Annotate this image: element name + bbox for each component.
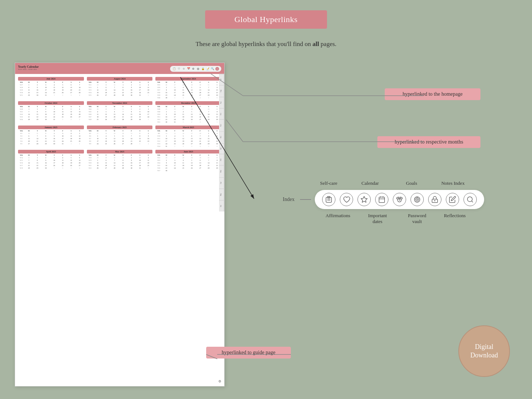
navbar-area: Self-care Calendar Goals Notes Index Ind… xyxy=(283,180,484,225)
side-tab-jan[interactable]: Jan xyxy=(219,143,224,154)
nav-label-selfcare: Self-care xyxy=(314,180,343,186)
nav-icon-calendar[interactable] xyxy=(375,193,388,206)
month-may-2025: May 2025 WKMTWTFSS W182829301234 W195678… xyxy=(87,150,153,172)
month-december-2024: December 2024 WKMTWTFSS W482526272829301… xyxy=(155,101,221,123)
nav-label-reflections: Reflections xyxy=(442,213,468,225)
calendar-side-tabs[interactable]: Jul Aug Sep Oct Nov Dec Jan Feb Mar Apr … xyxy=(219,74,224,212)
svg-point-17 xyxy=(434,201,435,201)
calendar-body: July 2024 WKMTWTFSS W271234567 W28891011… xyxy=(15,74,224,175)
side-tab-sep[interactable]: Sep xyxy=(219,97,224,108)
nav-icon-index[interactable] xyxy=(322,193,335,206)
callout-months: hyperlinked to respective months xyxy=(377,136,480,148)
month-october-2024: October 2024 WKMTWTFSS W4030123456 W4178… xyxy=(18,101,84,123)
settings-icon[interactable]: ⚙ xyxy=(218,379,221,383)
toolbar-notes-icon[interactable]: 📝 xyxy=(206,67,209,71)
navbar xyxy=(315,190,484,209)
side-tab-apr[interactable]: Apr xyxy=(219,177,224,188)
navbar-bottom-labels: Affirmations Importantdates Passwordvaul… xyxy=(286,213,481,225)
toolbar-star-icon[interactable]: ☆ xyxy=(182,67,186,71)
nav-label-goals: Goals xyxy=(397,180,426,186)
month-april-2025: April 2025 WKMTWTFSS W1431123456 W157891… xyxy=(18,150,84,172)
toolbar-lock-icon[interactable]: 🔒 xyxy=(201,67,205,71)
nav-icon-goals[interactable] xyxy=(411,193,424,206)
month-march-2025: March 2025 WKMTWTFSS W9242526272812 W103… xyxy=(155,126,221,148)
nav-label-notesindex: Notes Index xyxy=(438,180,468,186)
month-january-2025: January 2025 WKMTWTFSS W1303112345 W2678… xyxy=(18,126,84,148)
digital-download-badge: Digital Download xyxy=(458,325,510,377)
navbar-top-labels: Self-care Calendar Goals Notes Index xyxy=(286,180,481,186)
side-tab-feb[interactable]: Feb xyxy=(219,154,224,165)
side-tab-nov[interactable]: Nov xyxy=(219,119,224,131)
month-august-2024: August 2024 WKMTWTFSS W312930311234 W325… xyxy=(87,77,153,99)
svg-marker-4 xyxy=(361,197,367,202)
toolbar-search-icon[interactable]: 🔍 xyxy=(211,67,214,71)
callout-homepage: hyperlinked to the homepage xyxy=(385,88,480,100)
calendar-document: Yearly Calendar JULY 2024 – JUNE 2025 📋 … xyxy=(15,63,225,386)
nav-label-calendar: Calendar xyxy=(355,180,385,186)
month-july-2024: July 2024 WKMTWTFSS W271234567 W28891011… xyxy=(18,77,84,99)
page-title: Global Hyperlinks xyxy=(235,15,298,24)
callout-guide: hyperlinked to guide page xyxy=(206,347,291,359)
badge-line2: Download xyxy=(471,351,498,360)
callout-months-text: hyperlinked to respective months xyxy=(395,139,463,145)
callout-guide-text: hyperlinked to guide page xyxy=(222,350,275,355)
side-tab-mar[interactable]: Mar xyxy=(219,165,224,177)
side-tab-jul[interactable]: Jul xyxy=(219,74,224,85)
svg-rect-5 xyxy=(379,197,385,202)
nav-icon-heart[interactable] xyxy=(340,193,353,206)
nav-label-important-dates: Importantdates xyxy=(363,213,392,225)
nav-icon-notes[interactable] xyxy=(446,193,459,206)
nav-icon-important-dates[interactable] xyxy=(393,193,406,206)
nav-icon-search[interactable] xyxy=(464,193,477,206)
month-february-2025: February 2025 WKMTWTFSS W5272829303112 W… xyxy=(87,126,153,148)
nav-label-password-vault: Passwordvault xyxy=(404,213,430,225)
side-tab-dec[interactable]: Dec xyxy=(219,131,224,142)
subtitle: These are global hyperlinks that you'll … xyxy=(195,40,337,48)
side-tab-jun[interactable]: Jun xyxy=(219,200,224,212)
toolbar-index-icon[interactable]: 📋 xyxy=(172,67,176,71)
side-tab-may[interactable]: May xyxy=(219,188,224,200)
side-tab-aug[interactable]: Aug xyxy=(219,85,224,97)
nav-icon-star[interactable] xyxy=(357,193,371,206)
toolbar-heart-icon[interactable]: ♡ xyxy=(177,67,181,71)
side-tab-oct[interactable]: Oct xyxy=(219,108,224,120)
svg-point-18 xyxy=(468,197,472,202)
nav-icon-password-vault[interactable] xyxy=(428,193,441,206)
svg-line-19 xyxy=(472,201,473,202)
svg-rect-1 xyxy=(326,197,332,202)
month-november-2024: November 2024 WKMTWTFSS W4428293031123 W… xyxy=(87,101,153,123)
toolbar-calendar-icon[interactable]: 📅 xyxy=(187,67,190,71)
month-june-2025: June 2025 WKMTWTFSS W222627282930311 W23… xyxy=(155,150,221,172)
nav-label-affirmations: Affirmations xyxy=(325,213,351,225)
badge-line1: Digital xyxy=(475,343,493,351)
toolbar-home-icon[interactable]: ⌂ xyxy=(215,67,219,71)
month-september-2024: September 2024 WKMTWTFSS W35262728293031… xyxy=(155,77,221,99)
calendar-toolbar[interactable]: 📋 ♡ ☆ 📅 ⊙ ◎ 🔒 📝 🔍 ⌂ xyxy=(170,66,221,72)
callout-homepage-text: hyperlinked to the homepage xyxy=(403,91,463,97)
nav-index-label: Index xyxy=(283,197,295,202)
nav-dash-left xyxy=(300,199,311,200)
svg-point-14 xyxy=(417,199,418,200)
toolbar-clock-icon[interactable]: ⊙ xyxy=(191,67,195,71)
toolbar-goal-icon[interactable]: ◎ xyxy=(196,67,200,71)
title-banner: Global Hyperlinks xyxy=(205,10,327,29)
